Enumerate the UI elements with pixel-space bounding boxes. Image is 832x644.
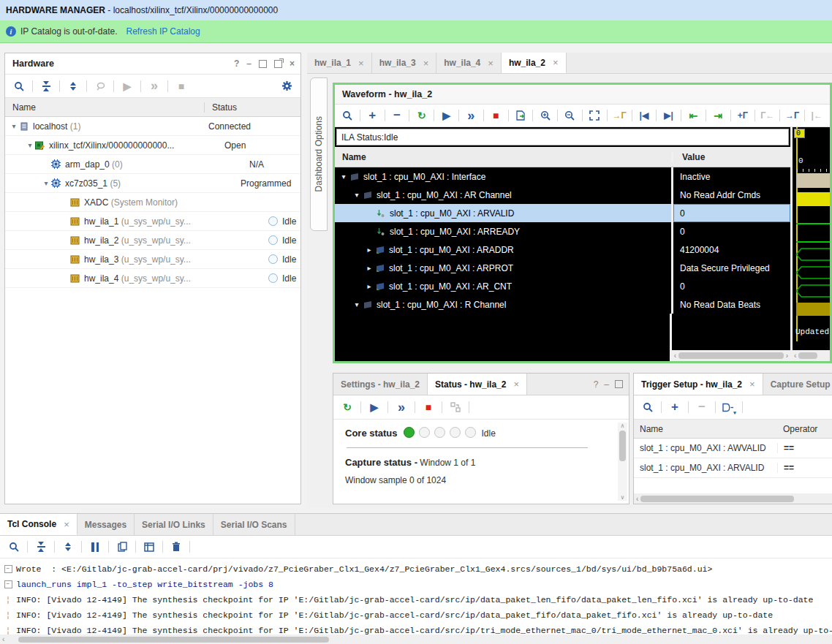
auto-connect-icon[interactable] [91, 77, 110, 95]
hardware-row-arm-dap[interactable]: arm_dap_0 (0) N/A [5, 155, 300, 174]
search-icon[interactable] [10, 77, 29, 95]
waveform-hscrollbar[interactable]: ‹ [793, 350, 830, 361]
previous-transition-icon[interactable]: ⇤ [685, 107, 702, 124]
signal-row-ar-cnt[interactable]: ▸slot_1 : cpu_M0_AXI : AR_CNT 0 [335, 277, 790, 295]
collapse-all-icon[interactable] [31, 538, 50, 556]
signal-row-araddr[interactable]: ▸slot_1 : cpu_M0_AXI : ARADDR 41200004 [335, 240, 790, 259]
tab-hw-ila-4[interactable]: hw_ila_4× [436, 53, 502, 73]
tab-capture-setup[interactable]: Capture Setup - [763, 374, 832, 395]
chevron-down-icon[interactable]: ▾ [352, 300, 362, 308]
tab-serial-io-scans[interactable]: Serial I/O Scans [213, 514, 295, 535]
close-icon[interactable]: × [749, 379, 755, 390]
status-vscrollbar[interactable]: ∧∨ [618, 423, 627, 501]
scroll-left-icon[interactable]: ‹ [674, 352, 676, 360]
help-icon[interactable]: ? [594, 379, 599, 390]
signal-row-r-channel[interactable]: ▾slot_1 : cpu_M0_AXI : R Channel No Read… [335, 295, 790, 314]
chevron-down-icon[interactable]: ▾ [352, 191, 362, 199]
float-icon[interactable] [274, 60, 282, 68]
signal-row-ar-channel[interactable]: ▾slot_1 : cpu_M0_AXI : AR Channel No Rea… [335, 186, 790, 204]
scrollbar-thumb[interactable] [619, 431, 626, 461]
trigger-condition-gate-icon[interactable]: ▾ [719, 398, 738, 416]
zoom-fit-icon[interactable] [586, 107, 603, 124]
settings-gear-icon[interactable] [277, 77, 296, 95]
minimize-icon[interactable]: – [246, 58, 252, 69]
stop-trigger-icon[interactable]: ■ [419, 398, 438, 416]
trigger-col-operator[interactable]: Operator [777, 424, 817, 434]
console-output[interactable]: −Wrote : <E:/Gitlab/jc-grab-accel-card/p… [0, 558, 832, 634]
run-trigger-icon[interactable]: ▶ [438, 107, 455, 124]
help-icon[interactable]: ? [234, 58, 239, 69]
run-all-icon[interactable]: » [145, 77, 164, 95]
run-trigger-icon[interactable]: ▶ [118, 77, 137, 95]
close-icon[interactable]: × [358, 58, 364, 69]
hardware-col-status[interactable]: Status [205, 102, 237, 113]
close-icon[interactable]: × [513, 379, 519, 390]
search-icon[interactable] [4, 538, 23, 556]
chevron-down-icon[interactable]: ▾ [10, 122, 18, 130]
collapse-toggle-icon[interactable]: − [4, 565, 12, 573]
search-icon[interactable] [339, 107, 356, 124]
scroll-left-icon[interactable]: ‹ [636, 495, 638, 503]
expand-all-icon[interactable] [64, 77, 83, 95]
stop-trigger-icon[interactable]: ■ [488, 107, 504, 124]
waveform-col-value[interactable]: Value [671, 152, 790, 162]
collapse-toggle-icon[interactable]: − [4, 580, 12, 588]
hardware-row-hw-ila-4[interactable]: hw_ila_4 (u_sys_wp/u_sy... Idle [5, 269, 300, 288]
swap-marker-icon[interactable]: |← [809, 107, 825, 124]
add-marker-icon[interactable]: +Γ [735, 107, 752, 124]
hardware-col-name[interactable]: Name [5, 102, 205, 113]
chevron-down-icon[interactable]: ▾ [26, 141, 34, 149]
hardware-row-hw-ila-2[interactable]: hw_ila_2 (u_sys_wp/u_sy... Idle [5, 231, 300, 250]
maximize-icon[interactable] [259, 60, 267, 68]
waveform-plot-area[interactable]: 0 0 Updated ‹ [790, 127, 830, 361]
signal-row-interface[interactable]: ▾slot_1 : cpu_M0_AXI : Interface Inactiv… [335, 167, 790, 186]
next-transition-icon[interactable]: ⇥ [710, 107, 727, 124]
hardware-row-hw-ila-1[interactable]: hw_ila_1 (u_sys_wp/u_sy... Idle [5, 212, 300, 231]
step-icon[interactable] [446, 398, 465, 416]
goto-end-icon[interactable]: ▶| [660, 107, 677, 124]
refresh-ip-catalog-link[interactable]: Refresh IP Catalog [126, 26, 200, 37]
tab-tcl-console[interactable]: Tcl Console× [0, 514, 77, 535]
next-marker-icon[interactable]: →Γ [784, 107, 801, 124]
scrollbar-thumb[interactable] [798, 352, 817, 359]
chevron-right-icon[interactable]: ▸ [364, 264, 374, 272]
hardware-row-xilinx-tcf[interactable]: ▾xilinx_tcf/Xilinx/000000000000... Open [5, 136, 300, 155]
goto-trigger-icon[interactable]: →Γ [611, 107, 628, 124]
report-icon[interactable] [140, 538, 159, 556]
add-trigger-icon[interactable]: + [665, 398, 684, 416]
trigger-col-name[interactable]: Name [634, 424, 777, 434]
run-trigger-immediate-icon[interactable]: » [463, 107, 480, 124]
retrigger-icon[interactable]: ↻ [338, 398, 357, 416]
pause-output-icon[interactable] [86, 538, 105, 556]
dashboard-options-tab[interactable]: Dashboard Options [310, 77, 328, 231]
add-probe-icon[interactable]: + [364, 107, 381, 124]
close-icon[interactable]: × [488, 58, 493, 69]
tab-hw-ila-2[interactable]: hw_ila_2× [502, 53, 567, 73]
export-waveform-icon[interactable] [512, 107, 529, 124]
scroll-left-icon[interactable]: ‹ [2, 635, 4, 643]
tab-status-hw-ila-2[interactable]: Status - hw_ila_2× [428, 374, 527, 395]
tab-messages[interactable]: Messages [77, 514, 135, 535]
maximize-icon[interactable] [615, 380, 623, 388]
tab-hw-ila-1[interactable]: hw_ila_1× [307, 53, 372, 73]
trigger-hscrollbar[interactable]: ‹ [634, 493, 832, 504]
tab-settings-hw-ila-2[interactable]: Settings - hw_ila_2 [333, 374, 428, 395]
search-icon[interactable] [638, 398, 657, 416]
run-trigger-immediate-icon[interactable]: » [392, 398, 411, 416]
remove-trigger-icon[interactable]: − [692, 398, 711, 416]
tab-trigger-setup[interactable]: Trigger Setup - hw_ila_2× [634, 374, 763, 395]
collapse-all-icon[interactable] [37, 77, 56, 95]
run-trigger-icon[interactable]: ▶ [365, 398, 384, 416]
stop-icon[interactable]: ■ [172, 77, 191, 95]
hardware-row-xadc[interactable]: XADC (System Monitor) [5, 193, 300, 212]
signal-row-arvalid[interactable]: slot_1 : cpu_M0_AXI : ARVALID 0 [335, 204, 790, 222]
trigger-row-arvalid[interactable]: slot_1 : cpu_M0_AXI : ARVALID == [634, 458, 832, 478]
zoom-out-icon[interactable] [561, 107, 578, 124]
scroll-right-icon[interactable]: › [786, 352, 788, 360]
zoom-in-icon[interactable] [537, 107, 553, 124]
marker-label[interactable]: 0 [794, 129, 805, 138]
close-icon[interactable]: × [553, 57, 559, 68]
hardware-row-hw-ila-3[interactable]: hw_ila_3 (u_sys_wp/u_sy... Idle [5, 250, 300, 269]
chevron-down-icon[interactable]: ▾ [339, 173, 349, 181]
scrollbar-thumb[interactable] [18, 637, 329, 643]
